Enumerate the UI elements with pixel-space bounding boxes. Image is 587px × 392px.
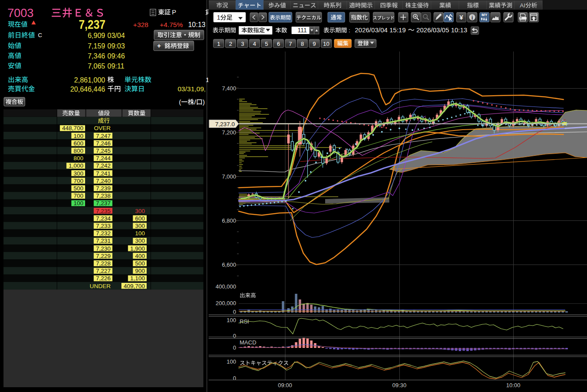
svg-text:300: 300 bbox=[135, 223, 145, 229]
svg-text:6,909: 6,909 bbox=[88, 32, 105, 39]
svg-text:1: 1 bbox=[217, 41, 220, 47]
svg-text:4: 4 bbox=[253, 41, 256, 47]
svg-text:10: 10 bbox=[323, 41, 329, 47]
svg-text:600: 600 bbox=[135, 215, 145, 222]
svg-text:7,231: 7,231 bbox=[96, 237, 111, 244]
svg-text:09:00: 09:00 bbox=[278, 382, 292, 389]
svg-text:i: i bbox=[471, 15, 473, 21]
svg-text:(: ( bbox=[179, 98, 181, 106]
svg-text:1,000: 1,000 bbox=[69, 162, 83, 169]
svg-text:300: 300 bbox=[135, 237, 145, 244]
svg-text:7,000: 7,000 bbox=[222, 173, 236, 180]
svg-text:500: 500 bbox=[73, 185, 83, 192]
svg-text:7,247: 7,247 bbox=[96, 133, 111, 139]
svg-text:448,700: 448,700 bbox=[62, 125, 83, 131]
svg-text:7,242: 7,242 bbox=[96, 162, 111, 169]
svg-text:+: + bbox=[157, 42, 161, 49]
svg-text:7,237.0: 7,237.0 bbox=[215, 121, 235, 127]
svg-text:15:19: 15:19 bbox=[389, 26, 406, 34]
svg-text:0: 0 bbox=[233, 344, 236, 351]
svg-text:7,227: 7,227 bbox=[96, 268, 111, 274]
svg-text:3: 3 bbox=[241, 41, 244, 47]
svg-text:7,232: 7,232 bbox=[96, 230, 111, 237]
svg-text:7,237: 7,237 bbox=[96, 200, 111, 206]
svg-text:7,228: 7,228 bbox=[96, 260, 111, 267]
svg-text:111: 111 bbox=[298, 27, 307, 34]
svg-text:7,226: 7,226 bbox=[96, 275, 111, 282]
svg-text:100: 100 bbox=[73, 133, 83, 139]
svg-text:P: P bbox=[172, 9, 176, 16]
svg-text:100: 100 bbox=[227, 317, 236, 323]
svg-text:1,100: 1,100 bbox=[130, 275, 145, 282]
svg-text:8: 8 bbox=[301, 41, 304, 47]
svg-text:2: 2 bbox=[229, 41, 232, 47]
svg-text:1,900: 1,900 bbox=[130, 245, 145, 252]
svg-text:MACD: MACD bbox=[240, 339, 256, 346]
svg-text:900: 900 bbox=[135, 268, 145, 274]
svg-text:7,400: 7,400 bbox=[222, 85, 236, 92]
svg-text:MY: MY bbox=[481, 13, 487, 17]
svg-text:6,800: 6,800 bbox=[222, 217, 236, 224]
svg-text:5: 5 bbox=[265, 41, 268, 47]
svg-text:1: 1 bbox=[217, 14, 220, 21]
svg-text:+328: +328 bbox=[133, 21, 148, 28]
svg-text:800: 800 bbox=[73, 148, 83, 154]
svg-text:7,241: 7,241 bbox=[96, 170, 111, 177]
svg-text::: : bbox=[349, 27, 350, 34]
svg-text:09:46: 09:46 bbox=[107, 52, 125, 60]
svg-text:300: 300 bbox=[73, 170, 83, 177]
svg-text:6,600: 6,600 bbox=[222, 261, 236, 268]
svg-text:7,233: 7,233 bbox=[96, 223, 111, 229]
svg-text:09:03: 09:03 bbox=[107, 42, 125, 50]
svg-text:7,245: 7,245 bbox=[96, 148, 111, 154]
svg-text:2026/03/04: 2026/03/04 bbox=[355, 26, 388, 34]
svg-text:03/04: 03/04 bbox=[107, 32, 125, 39]
svg-text:7,235: 7,235 bbox=[96, 208, 111, 214]
svg-text:7,240: 7,240 bbox=[96, 178, 111, 184]
svg-text:2026/03/05: 2026/03/05 bbox=[416, 26, 449, 34]
svg-text:03/31,09,: 03/31,09, bbox=[178, 85, 206, 93]
svg-text:C: C bbox=[38, 32, 42, 38]
svg-text:7,239: 7,239 bbox=[96, 185, 111, 192]
svg-text:7,229: 7,229 bbox=[96, 253, 111, 259]
svg-text:400: 400 bbox=[135, 253, 145, 259]
svg-text:2,861,000: 2,861,000 bbox=[74, 76, 105, 84]
svg-text:¥: ¥ bbox=[460, 14, 463, 21]
svg-text:500: 500 bbox=[135, 260, 145, 267]
svg-text:7,159: 7,159 bbox=[88, 42, 105, 50]
svg-text:700: 700 bbox=[73, 178, 83, 184]
svg-text:100: 100 bbox=[73, 200, 83, 206]
svg-text:+4.75%: +4.75% bbox=[160, 21, 183, 28]
svg-text:7: 7 bbox=[289, 41, 292, 47]
svg-text:09:30: 09:30 bbox=[392, 382, 407, 389]
svg-text:0: 0 bbox=[233, 333, 236, 339]
svg-text:10:13: 10:13 bbox=[188, 21, 206, 28]
svg-text:10:13: 10:13 bbox=[451, 26, 467, 34]
svg-text:100: 100 bbox=[135, 230, 145, 237]
svg-text:200,000: 200,000 bbox=[216, 300, 236, 306]
svg-text:7,246: 7,246 bbox=[96, 140, 111, 147]
svg-text:6: 6 bbox=[277, 41, 280, 47]
svg-text:UNDER: UNDER bbox=[89, 283, 110, 289]
svg-text:OVER: OVER bbox=[94, 125, 111, 131]
svg-text:0: 0 bbox=[233, 309, 236, 315]
svg-text:600: 600 bbox=[73, 140, 83, 147]
svg-text:7,244: 7,244 bbox=[96, 155, 111, 162]
svg-text:AI: AI bbox=[520, 2, 525, 9]
svg-text:7,346: 7,346 bbox=[88, 52, 105, 60]
svg-text:): ) bbox=[203, 98, 205, 106]
svg-text:7,238: 7,238 bbox=[96, 193, 111, 199]
svg-text:300: 300 bbox=[135, 208, 145, 214]
svg-text:100: 100 bbox=[227, 358, 236, 365]
svg-text:20,646,446: 20,646,446 bbox=[70, 86, 105, 93]
svg-text:7,065: 7,065 bbox=[88, 62, 105, 70]
svg-text:400,000: 400,000 bbox=[216, 283, 236, 290]
svg-text:7,237: 7,237 bbox=[79, 17, 106, 31]
svg-text:9: 9 bbox=[313, 41, 316, 47]
svg-text:09:11: 09:11 bbox=[107, 62, 124, 70]
svg-text:7,200: 7,200 bbox=[222, 129, 236, 136]
svg-text:0: 0 bbox=[233, 375, 236, 382]
svg-text:10:00: 10:00 bbox=[506, 382, 521, 389]
svg-text:7,234: 7,234 bbox=[96, 215, 111, 222]
svg-text:700: 700 bbox=[73, 193, 83, 199]
